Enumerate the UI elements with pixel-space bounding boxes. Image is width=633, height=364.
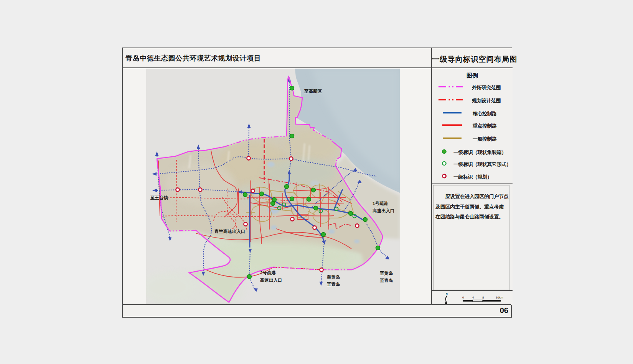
svg-text:N: N <box>446 292 448 295</box>
svg-text:1号疏港: 1号疏港 <box>373 201 388 206</box>
svg-text:至黄岛: 至黄岛 <box>326 275 340 280</box>
svg-text:2号疏港: 2号疏港 <box>260 270 276 275</box>
svg-text:至王台镇: 至王台镇 <box>150 195 168 200</box>
svg-text:至黄岛: 至黄岛 <box>379 271 393 276</box>
svg-text:高速出入口: 高速出入口 <box>373 208 395 213</box>
svg-text:4: 4 <box>472 296 474 299</box>
svg-text:青兰高速出入口: 青兰高速出入口 <box>214 229 246 234</box>
svg-text:16km: 16km <box>496 296 503 299</box>
svg-text:至青岛: 至青岛 <box>326 282 340 287</box>
svg-text:0: 0 <box>462 296 464 299</box>
svg-text:至高新区: 至高新区 <box>304 89 322 93</box>
svg-text:高速出入口: 高速出入口 <box>260 278 282 283</box>
svg-text:8: 8 <box>482 296 484 299</box>
svg-text:至青岛: 至青岛 <box>379 278 393 283</box>
